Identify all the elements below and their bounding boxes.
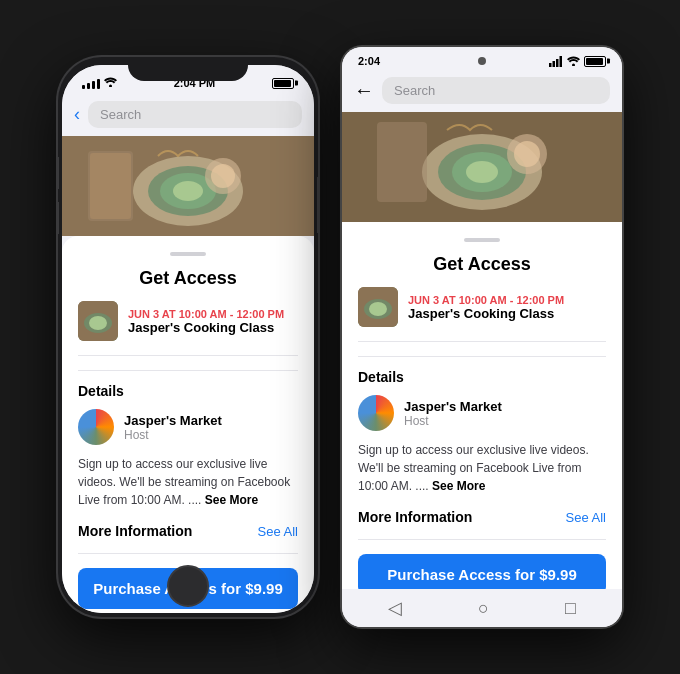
svg-point-28 — [369, 302, 387, 316]
ios-phone: 2:04 PM ‹ Search — [58, 57, 318, 617]
signal-bar-2 — [87, 83, 90, 89]
svg-point-5 — [173, 181, 203, 201]
ios-battery-icon — [272, 78, 294, 89]
food-image — [62, 136, 314, 236]
signal-bars — [82, 77, 117, 89]
ios-host-name: Jasper's Market — [124, 413, 222, 428]
ios-divider-1 — [78, 370, 298, 371]
ios-more-info-row: More Information See All — [78, 523, 298, 554]
ios-host-details: Jasper's Market Host — [124, 413, 222, 442]
android-see-all[interactable]: See All — [566, 510, 606, 525]
ios-event-name: Jasper's Cooking Class — [128, 320, 284, 335]
ios-battery-area — [272, 78, 294, 89]
ios-host-info: Jasper's Market Host — [78, 409, 298, 445]
svg-rect-13 — [549, 63, 552, 67]
power-btn — [317, 177, 318, 233]
android-host-avatar — [358, 395, 394, 431]
ios-more-info-label: More Information — [78, 523, 192, 539]
android-signal-icon — [549, 55, 563, 67]
android-battery-fill — [586, 58, 603, 65]
android-more-info-label: More Information — [358, 509, 472, 525]
android-event-date: JUN 3 AT 10:00 AM - 12:00 PM — [408, 294, 564, 306]
android-event-name: Jasper's Cooking Class — [408, 306, 564, 321]
ios-event-date: JUN 3 AT 10:00 AM - 12:00 PM — [128, 308, 284, 320]
android-camera — [478, 57, 486, 65]
android-battery-icon — [584, 56, 606, 67]
ios-event-details: JUN 3 AT 10:00 AM - 12:00 PM Jasper's Co… — [128, 308, 284, 335]
battery-fill — [274, 80, 291, 87]
volume-up-btn — [58, 157, 59, 189]
svg-rect-14 — [553, 61, 556, 67]
android-screen: 2:04 — [342, 47, 622, 627]
android-sheet-handle — [464, 238, 500, 242]
ios-description: Sign up to access our exclusive live vid… — [78, 455, 298, 509]
android-purchase-button[interactable]: Purchase Access for $9.99 — [358, 554, 606, 589]
android-back-nav-btn[interactable]: ◁ — [388, 597, 402, 619]
ios-host-avatar — [78, 409, 114, 445]
ios-desc-text: Sign up to access our exclusive live vid… — [78, 457, 290, 507]
android-recent-nav-btn[interactable]: □ — [565, 598, 576, 619]
android-divider-1 — [358, 356, 606, 357]
android-host-role: Host — [404, 414, 502, 428]
android-time: 2:04 — [358, 55, 380, 67]
ios-status-bar: 2:04 PM — [62, 65, 314, 95]
android-wifi-icon — [567, 56, 580, 66]
android-host-info: Jasper's Market Host — [358, 395, 606, 431]
svg-point-12 — [89, 316, 107, 330]
svg-rect-15 — [556, 59, 559, 67]
search-input[interactable]: Search — [88, 101, 302, 128]
carrier-wifi — [104, 77, 117, 89]
svg-point-25 — [514, 141, 540, 167]
back-arrow-icon[interactable]: ‹ — [74, 104, 80, 125]
svg-point-0 — [109, 85, 112, 88]
android-search-bar: ← Search — [342, 71, 622, 112]
ios-event-info: JUN 3 AT 10:00 AM - 12:00 PM Jasper's Co… — [78, 301, 298, 356]
ios-sheet-title: Get Access — [78, 268, 298, 289]
scene: 2:04 PM ‹ Search — [38, 27, 642, 647]
ios-search-bar: ‹ Search — [62, 95, 314, 136]
android-event-info: JUN 3 AT 10:00 AM - 12:00 PM Jasper's Co… — [358, 287, 606, 342]
ios-home-button[interactable] — [167, 565, 209, 607]
ios-screen: 2:04 PM ‹ Search — [62, 65, 314, 613]
ios-see-more[interactable]: See More — [205, 493, 258, 507]
android-status-icons — [549, 55, 606, 67]
android-details-title: Details — [358, 369, 606, 385]
svg-point-9 — [211, 164, 235, 188]
android-event-details: JUN 3 AT 10:00 AM - 12:00 PM Jasper's Co… — [408, 294, 564, 321]
svg-point-22 — [466, 161, 498, 183]
signal-bar-1 — [82, 85, 85, 89]
android-back-arrow-icon[interactable]: ← — [354, 79, 374, 102]
android-food-image — [342, 112, 622, 222]
ios-host-role: Host — [124, 428, 222, 442]
signal-bar-3 — [92, 81, 95, 89]
android-see-more[interactable]: See More — [432, 479, 485, 493]
volume-down-btn — [58, 202, 59, 234]
android-sheet-title: Get Access — [358, 254, 606, 275]
android-search-input[interactable]: Search — [382, 77, 610, 104]
android-more-info-row: More Information See All — [358, 509, 606, 540]
ios-details-title: Details — [78, 383, 298, 399]
ios-see-all[interactable]: See All — [258, 524, 298, 539]
signal-bar-4 — [97, 79, 100, 89]
svg-rect-23 — [377, 122, 427, 202]
ios-time: 2:04 PM — [174, 77, 216, 89]
ios-event-thumbnail — [78, 301, 118, 341]
ios-bottom-sheet: Get Access JUN 3 AT 10:00 AM - 12:00 PM … — [62, 236, 314, 613]
android-phone: 2:04 — [342, 47, 622, 627]
svg-point-17 — [572, 64, 575, 67]
sheet-handle — [170, 252, 206, 256]
android-home-nav-btn[interactable]: ○ — [478, 598, 489, 619]
svg-rect-16 — [560, 56, 563, 67]
svg-rect-7 — [90, 153, 131, 219]
android-bottom-sheet: Get Access JUN 3 AT 10:00 AM - 12:00 PM … — [342, 222, 622, 589]
android-event-thumbnail — [358, 287, 398, 327]
android-nav-bar: ◁ ○ □ — [342, 589, 622, 627]
android-host-details: Jasper's Market Host — [404, 399, 502, 428]
android-host-name: Jasper's Market — [404, 399, 502, 414]
android-description: Sign up to access our exclusive live vid… — [358, 441, 606, 495]
